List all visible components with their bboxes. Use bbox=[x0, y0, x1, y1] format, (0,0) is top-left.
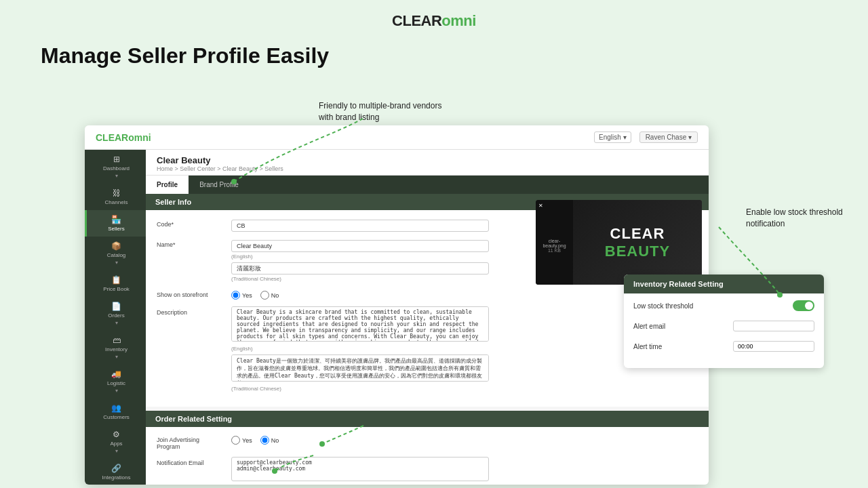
notification-email-input[interactable]: support@clearbeauty.com admin@clearbeaut… bbox=[231, 457, 489, 481]
radio-yes[interactable] bbox=[231, 291, 240, 300]
inventory-panel: Inventory Related Setting Low stock thre… bbox=[624, 274, 824, 368]
alert-time-label: Alert time bbox=[633, 343, 662, 350]
name-label: Name* bbox=[157, 239, 224, 248]
sidebar-item-inventory[interactable]: 🗃 Inventory ▾ bbox=[85, 331, 146, 365]
join-ad-yes-label[interactable]: Yes bbox=[231, 436, 252, 445]
page-title: Clear Beauty bbox=[157, 155, 698, 165]
sidebar-item-channels[interactable]: ⛓ Channels bbox=[85, 184, 146, 210]
image-preview-box: ✕ clear-beauty.png 11 KB CLEAR BEAUTY bbox=[536, 200, 702, 285]
alert-time-input[interactable] bbox=[733, 341, 814, 352]
channels-icon: ⛓ bbox=[113, 188, 121, 198]
sidebar-item-sellers[interactable]: 🏪 Sellers bbox=[85, 210, 146, 237]
cb-clear-text: CLEAR bbox=[605, 225, 670, 243]
notification-email-label: Notification Email bbox=[157, 457, 224, 466]
apps-icon: ⚙ bbox=[113, 430, 120, 439]
annotation-top: Friendly to multiple-brand vendors with … bbox=[319, 100, 454, 123]
show-storefront-label: Show on storefront bbox=[157, 289, 224, 298]
integrations-icon: 🔗 bbox=[111, 464, 121, 473]
join-ad-radio: Yes No bbox=[231, 434, 698, 445]
language-selector[interactable]: English ▾ bbox=[594, 131, 631, 143]
notification-email-field: support@clearbeauty.com admin@clearbeaut… bbox=[231, 457, 698, 484]
app-logo: CLEARomni bbox=[0, 0, 868, 37]
app-header: CLEARomni English ▾ Raven Chase ▾ bbox=[85, 125, 709, 150]
description-input-en[interactable]: Clear Beauty is a skincare brand that is… bbox=[231, 306, 489, 342]
inventory-panel-body: Low stock threshold Alert email Alert ti… bbox=[624, 293, 824, 368]
app-window: CLEARomni English ▾ Raven Chase ▾ ⊞ Dash… bbox=[85, 125, 709, 485]
image-filename: clear-beauty.png 11 KB bbox=[540, 239, 569, 253]
sidebar-item-catalog[interactable]: 📦 Catalog ▾ bbox=[85, 237, 146, 270]
main-heading: Manage Seller Profile Easily bbox=[0, 37, 868, 73]
pricebook-icon: 📋 bbox=[111, 275, 121, 285]
logo-omni: omni bbox=[441, 12, 476, 29]
dashboard-icon: ⊞ bbox=[113, 155, 120, 164]
clear-beauty-brand-logo: CLEAR BEAUTY bbox=[605, 225, 670, 260]
sellers-icon: 🏪 bbox=[111, 215, 121, 224]
order-section-header: Order Related Setting bbox=[146, 411, 709, 427]
logistic-icon: 🚚 bbox=[111, 369, 121, 379]
join-ad-row: Join Advertising Program Yes No bbox=[157, 434, 698, 450]
cb-beauty-text: BEAUTY bbox=[605, 243, 670, 260]
name-input-en[interactable] bbox=[231, 240, 489, 252]
sidebar-item-logistic[interactable]: 🚚 Logistic ▾ bbox=[85, 365, 146, 399]
inventory-panel-header: Inventory Related Setting bbox=[624, 274, 824, 293]
code-label: Code* bbox=[157, 218, 224, 228]
inventory-icon: 🗃 bbox=[113, 336, 121, 345]
user-menu[interactable]: Raven Chase ▾ bbox=[639, 131, 698, 143]
description-label: Description bbox=[157, 306, 224, 316]
order-form-body: Join Advertising Program Yes No Notifica… bbox=[146, 427, 709, 485]
catalog-icon: 📦 bbox=[111, 241, 121, 251]
join-ad-yes[interactable] bbox=[231, 436, 240, 445]
alert-email-row: Alert email bbox=[633, 321, 814, 331]
logo-clear: CLEAR bbox=[392, 12, 441, 29]
alert-email-input[interactable] bbox=[733, 321, 814, 331]
tab-brand-profile[interactable]: Brand Profile bbox=[189, 176, 250, 194]
image-main-preview: CLEAR BEAUTY bbox=[573, 200, 702, 285]
description-input-cn[interactable]: Clear Beauty是一個致力於清潔、可持續美容的護膚品牌。我們產品由最高品… bbox=[231, 354, 489, 382]
image-close-button[interactable]: ✕ bbox=[538, 203, 543, 209]
sidebar-item-orders[interactable]: 📄 Orders ▾ bbox=[85, 297, 146, 331]
page-title-bar: Clear Beauty Home > Seller Center > Clea… bbox=[146, 150, 709, 176]
low-stock-row: Low stock threshold bbox=[633, 300, 814, 311]
sidebar-item-integrations[interactable]: 🔗 Integrations bbox=[85, 459, 146, 485]
breadcrumb: Home > Seller Center > Clear Beauty > Se… bbox=[157, 165, 698, 172]
annotation-right: Enable low stock threshold notification bbox=[746, 207, 854, 230]
description-row: Description Clear Beauty is a skincare b… bbox=[157, 306, 698, 392]
app-header-right: English ▾ Raven Chase ▾ bbox=[594, 131, 698, 143]
sidebar-item-pricebook[interactable]: 📋 Price Book bbox=[85, 270, 146, 297]
join-ad-field: Yes No bbox=[231, 434, 698, 445]
sidebar-item-dashboard[interactable]: ⊞ Dashboard ▾ bbox=[85, 150, 146, 184]
radio-yes-label[interactable]: Yes bbox=[231, 291, 252, 300]
desc-cn-sublabel: (Traditional Chinese) bbox=[231, 386, 698, 392]
customers-icon: 👥 bbox=[111, 403, 121, 413]
name-input-cn[interactable] bbox=[231, 262, 489, 274]
sidebar-item-apps[interactable]: ⚙ Apps ▾ bbox=[85, 425, 146, 459]
low-stock-toggle[interactable] bbox=[793, 300, 814, 311]
code-input[interactable] bbox=[231, 220, 489, 232]
tab-profile[interactable]: Profile bbox=[146, 176, 189, 194]
sidebar-item-customers[interactable]: 👥 Customers bbox=[85, 399, 146, 425]
radio-no[interactable] bbox=[260, 291, 269, 300]
sidebar: ⊞ Dashboard ▾ ⛓ Channels 🏪 Sellers 📦 Cat… bbox=[85, 150, 146, 485]
low-stock-label: Low stock threshold bbox=[633, 302, 693, 310]
join-ad-label: Join Advertising Program bbox=[157, 434, 224, 450]
alert-email-label: Alert email bbox=[633, 323, 665, 330]
image-thumbnail: ✕ clear-beauty.png 11 KB bbox=[536, 200, 573, 285]
join-ad-no[interactable] bbox=[260, 436, 269, 445]
orders-icon: 📄 bbox=[111, 302, 121, 311]
code-field bbox=[231, 218, 555, 232]
app-header-logo: CLEARomni bbox=[96, 132, 151, 143]
join-ad-no-label[interactable]: No bbox=[260, 436, 279, 445]
show-storefront-row: Show on storefront Yes No bbox=[157, 289, 698, 300]
alert-time-row: Alert time bbox=[633, 341, 814, 352]
notification-email-row: Notification Email support@clearbeauty.c… bbox=[157, 457, 698, 484]
radio-no-label[interactable]: No bbox=[260, 291, 279, 300]
tabs-bar: Profile Brand Profile bbox=[146, 176, 709, 194]
